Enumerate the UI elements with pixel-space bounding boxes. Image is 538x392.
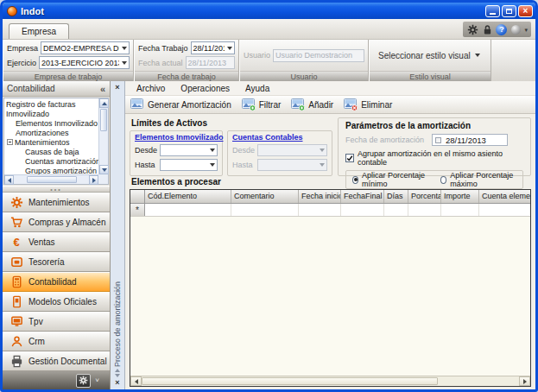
sidebar-item-label: Mantenimientos xyxy=(28,198,90,207)
date-checkbox-icon[interactable] xyxy=(435,137,441,143)
grid-column-header-importe[interactable]: Importe xyxy=(441,190,479,203)
tree-item-elementos-inmovilizado[interactable]: Elementos Inmovilizado xyxy=(4,118,98,128)
scrollbar-thumb[interactable] xyxy=(27,176,77,183)
configure-buttons-button[interactable] xyxy=(76,374,91,388)
dropdown-arrow-icon[interactable] xyxy=(225,47,234,50)
ejercicio-select[interactable]: 2013-EJERCICIO 2013 xyxy=(39,56,130,69)
restore-button[interactable] xyxy=(502,5,516,17)
tree-item-mantenimientos[interactable]: Mantenimientos xyxy=(4,137,98,147)
sidebar-item-ventas[interactable]: €Ventas xyxy=(3,232,110,252)
dropdown-arrow-icon[interactable] xyxy=(119,61,129,65)
toolbar-button-anadir[interactable]: Añadir xyxy=(288,98,339,111)
dropdown-arrow-icon[interactable] xyxy=(119,47,129,50)
grid-new-row[interactable]: * xyxy=(130,204,530,217)
scroll-right-button[interactable] xyxy=(519,376,530,386)
grid-column-header-cod-elemento[interactable]: Cód.Elemento xyxy=(145,190,231,203)
toolbar-button-generar-amortizacion[interactable]: Generar Amortización xyxy=(128,98,237,111)
scroll-right-button[interactable] xyxy=(89,175,98,185)
menu-archivo[interactable]: Archivo xyxy=(129,83,173,94)
lock-button[interactable] xyxy=(481,23,493,35)
dropdown-arrow-icon[interactable] xyxy=(472,54,482,57)
elementos-desde-select[interactable] xyxy=(160,144,218,156)
grid-cell-dias[interactable] xyxy=(384,204,408,216)
grid-column-header-porcentaje[interactable]: Porcentaje xyxy=(408,190,441,203)
sidebar-item-contabilidad[interactable]: Contabilidad xyxy=(3,272,110,292)
restore-icon xyxy=(506,9,512,14)
status-button[interactable] xyxy=(510,23,522,35)
elementos-hasta-select[interactable] xyxy=(160,159,218,171)
sidebar-splitter[interactable]: ••• xyxy=(3,186,110,193)
scrollbar-thumb[interactable] xyxy=(142,377,438,385)
menu-operaciones[interactable]: Operaciones xyxy=(173,83,237,94)
usuario-label: Usuario xyxy=(244,51,270,60)
empresa-select[interactable]: DEMO2-EMPRESA DE DEMOSTRACI... xyxy=(41,41,130,54)
elementos-inmovilizado-link[interactable]: Elementos Inmovilizado xyxy=(135,133,218,142)
fecha-amortizacion-field[interactable]: 28/11/2013 xyxy=(432,134,508,146)
scroll-down-icon[interactable] xyxy=(115,374,120,377)
grid-column-header-fecha-inicio[interactable]: Fecha inicio xyxy=(299,190,341,203)
sidebar-item-gestion-documental[interactable]: Gestión Documental xyxy=(3,351,110,371)
person-icon xyxy=(9,335,23,349)
dropdown-arrow-icon[interactable] xyxy=(207,149,217,152)
tree-horizontal-scrollbar[interactable] xyxy=(4,174,98,184)
document-close-button[interactable]: × xyxy=(111,81,124,93)
grid-column-header-dias[interactable]: Días xyxy=(384,190,408,203)
grid-cell-importe[interactable] xyxy=(441,204,479,216)
tree-item-label: Amortizaciones xyxy=(16,129,69,137)
grid-column-header-fechafinal[interactable]: FechaFinal xyxy=(341,190,384,203)
dropdown-arrow-icon[interactable] xyxy=(207,163,217,167)
cuentas-contables-link[interactable]: Cuentas Contables xyxy=(232,133,327,142)
tree-item-inmovilizado[interactable]: Inmovilizado xyxy=(4,109,98,118)
sidebar-item-tpv[interactable]: Tpv xyxy=(3,312,110,332)
sidebar-collapse-button[interactable]: « xyxy=(100,84,105,94)
tree-item-registro-de-facturas[interactable]: Registro de facturas xyxy=(4,99,98,109)
tab-empresa[interactable]: Empresa xyxy=(9,23,69,39)
toolbar-button-eliminar[interactable]: Eliminar xyxy=(341,98,398,111)
grid-row-selector-header xyxy=(130,190,145,203)
agrupar-label[interactable]: Agrupar amortización en el mismo asiento… xyxy=(358,149,523,167)
minimize-button[interactable] xyxy=(485,5,500,17)
sidebar-item-crm[interactable]: Crm xyxy=(3,332,110,351)
agrupar-checkbox[interactable] xyxy=(345,154,354,162)
grid-cell-fechafinal[interactable] xyxy=(341,204,384,216)
dropdown-arrow-icon xyxy=(317,163,326,167)
scroll-up-icon[interactable] xyxy=(115,369,120,372)
scroll-left-button[interactable] xyxy=(4,175,14,185)
tree-vertical-scrollbar[interactable] xyxy=(98,98,108,174)
fecha-trabajo-select[interactable]: 28/11/2013 xyxy=(191,41,235,54)
tree-item-amortizaciones[interactable]: Amortizaciones xyxy=(4,128,98,137)
menu-ayuda[interactable]: Ayuda xyxy=(237,83,277,94)
dropdown-arrow-icon xyxy=(317,149,326,152)
tree-item-cuentas-amortizacion[interactable]: Cuentas amortización xyxy=(4,156,98,166)
close-button[interactable]: × xyxy=(518,5,533,17)
grid-cell-cod-elemento[interactable] xyxy=(145,204,231,216)
estilo-visual-select[interactable]: Seleccionar estilo visual xyxy=(373,41,487,69)
tree-item-grupos-amortizacion[interactable]: Grupos amortización xyxy=(4,166,98,174)
grid-cell-comentario[interactable] xyxy=(231,204,299,216)
document-tab-label[interactable]: Proceso de amortización xyxy=(113,93,122,369)
scrollbar-thumb[interactable] xyxy=(100,109,107,131)
help-button[interactable]: ? xyxy=(496,24,507,35)
toolbar-button-filtrar[interactable]: Filtrar xyxy=(239,98,288,111)
grid-cell-porcentaje[interactable] xyxy=(408,204,441,216)
grid-column-header-cuenta-elemento[interactable]: Cuenta elemento xyxy=(479,190,530,203)
sidebar-bottom-bar: ˅ xyxy=(3,371,110,389)
grid-horizontal-scrollbar[interactable] xyxy=(130,376,530,386)
grid-cell-fecha-inicio[interactable] xyxy=(299,204,341,216)
close-icon[interactable]: × xyxy=(115,379,119,387)
scroll-down-button[interactable] xyxy=(99,165,109,174)
grid-column-header-comentario[interactable]: Comentario xyxy=(231,190,299,203)
grid-cell-cuenta-elemento[interactable] xyxy=(479,204,530,216)
sidebar-item-tesoreria[interactable]: Tesorería xyxy=(3,252,110,272)
sidebar-item-compras-y-almacen[interactable]: Compras y Almacén xyxy=(3,212,110,232)
tree-item-causas-de-baja[interactable]: Causas de baja xyxy=(4,147,98,156)
sidebar-item-modelos-oficiales[interactable]: Modelos Oficiales xyxy=(3,292,110,312)
tree-collapse-icon[interactable] xyxy=(7,139,13,145)
sidebar-item-mantenimientos[interactable]: Mantenimientos xyxy=(3,193,110,212)
tree-item-label: Mantenimientos xyxy=(15,138,70,147)
scroll-up-button[interactable] xyxy=(99,98,109,108)
settings-button[interactable] xyxy=(466,23,478,35)
chevron-down-icon[interactable]: ▾ xyxy=(524,27,528,33)
chevron-down-icon[interactable]: ˅ xyxy=(95,377,99,384)
scroll-left-button[interactable] xyxy=(130,376,142,386)
